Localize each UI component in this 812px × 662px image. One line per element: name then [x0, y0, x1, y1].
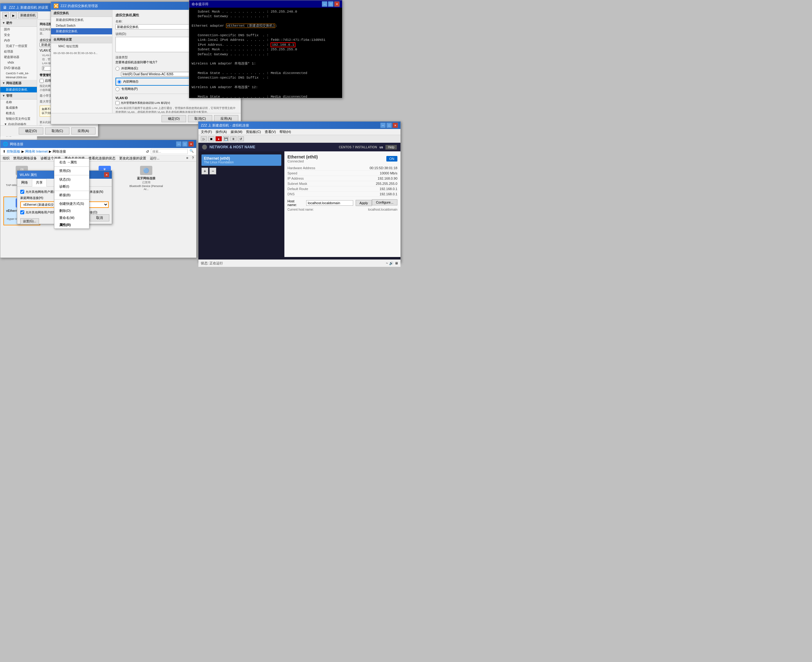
speed-key: Speed: [288, 171, 297, 175]
eth-plus-minus: + −: [201, 168, 281, 174]
menu-change[interactable]: 更改此连接的设置: [119, 156, 146, 161]
cmd-minimize[interactable]: ─: [322, 1, 327, 7]
toolbar-forward[interactable]: ▶: [10, 12, 17, 18]
sidebar-smart-paging[interactable]: 智能分页文件位置: [0, 116, 37, 122]
eth-remove-btn[interactable]: −: [209, 168, 216, 174]
sidebar-hdd-sub[interactable]: vhdx: [0, 60, 37, 66]
configure-btn[interactable]: Configure...: [372, 199, 397, 206]
manage-section: ▼ 管理: [0, 92, 37, 100]
wlan-tab-network[interactable]: 网络: [17, 179, 32, 186]
toggle-on-btn[interactable]: ON: [386, 156, 398, 162]
vm-manager-minimize[interactable]: ─: [380, 122, 386, 128]
wlan-cancel[interactable]: 取消: [90, 214, 109, 222]
wlan-tab-share[interactable]: 共享: [32, 179, 47, 187]
vswitch-ok[interactable]: 确定(O): [162, 115, 186, 122]
sidebar-name[interactable]: 名称: [0, 100, 37, 105]
vm-manager-maximize[interactable]: □: [386, 122, 392, 128]
menu-clipboard[interactable]: 剪贴板(C): [246, 130, 261, 134]
vm-settings-apply[interactable]: 应用(A): [71, 127, 95, 135]
share-checkbox2[interactable]: [20, 210, 24, 214]
vswitch-default[interactable]: Default Switch: [51, 23, 112, 28]
cmd-line-12: Wireless LAN adapter 本地连接* 1:: [191, 61, 340, 66]
net-maximize[interactable]: □: [182, 141, 188, 147]
refresh-btn[interactable]: ↺: [146, 149, 149, 154]
vswitch-private-radio[interactable]: [116, 87, 119, 91]
share-checkbox1[interactable]: [20, 190, 24, 194]
vlan-checkbox[interactable]: [116, 101, 119, 105]
wlan-close[interactable]: ✕: [104, 172, 109, 177]
vswitch-new[interactable]: 新建虚拟网络交换机: [51, 17, 112, 23]
toolbar-new-vm[interactable]: 新建虚拟机: [18, 12, 38, 18]
subnet-val: 255.255.255.0: [376, 182, 397, 185]
cmd-close[interactable]: ✕: [334, 1, 340, 7]
menu-view[interactable]: 查看(V): [265, 130, 276, 134]
cmd-line-13: [191, 66, 340, 71]
vm-settings-ok[interactable]: 确定(O): [19, 127, 43, 135]
vswitch-mac[interactable]: MAC 地址范围: [51, 43, 112, 50]
ctx-disable[interactable]: 禁用(D): [55, 167, 89, 174]
breadcrumb-control-panel[interactable]: 控制面板: [7, 149, 20, 154]
toolbar-restart[interactable]: ↺: [238, 137, 244, 141]
cmd-maximize[interactable]: □: [328, 1, 333, 7]
sidebar-new-vswitch[interactable]: 新建虚拟交换机: [0, 87, 37, 92]
toolbar-pause[interactable]: ⏸: [230, 137, 236, 141]
net-minimize[interactable]: ─: [176, 141, 182, 147]
cmd-line-1: Subnet Mask . . . . . . . . . . . : 255.…: [191, 10, 340, 14]
vswitch-internal-radio[interactable]: [117, 80, 121, 84]
menu-organize[interactable]: 组织: [3, 156, 10, 161]
ctx-diagnose[interactable]: 诊断(I): [55, 183, 89, 190]
menu-media[interactable]: 媒体(M): [231, 130, 243, 134]
toolbar-stop[interactable]: ⏹: [208, 137, 214, 141]
breadcrumb-current: 网络连接: [53, 149, 66, 154]
menu-action[interactable]: 操作(A): [215, 130, 227, 134]
menu-file[interactable]: 文件(F): [201, 130, 212, 134]
menu-help[interactable]: 帮助(H): [280, 130, 291, 134]
net-close[interactable]: ✕: [188, 141, 194, 147]
sidebar-dvd[interactable]: DVD 驱动器: [0, 66, 37, 71]
vswitch-section: 虚拟交换机: [51, 10, 112, 17]
adapter-bluetooth[interactable]: 🔵 蓝牙网络连接 已禁用 Bluetooth Device (Personal …: [128, 165, 165, 192]
sidebar-checkpoints[interactable]: 检查点: [0, 111, 37, 116]
wlan-settings-btn[interactable]: 设置(G)...: [20, 218, 39, 225]
search-input[interactable]: [151, 149, 188, 154]
cmd-controls: ─ □ ✕: [322, 1, 340, 7]
sidebar-firmware[interactable]: 固件: [0, 27, 37, 32]
ctx-delete[interactable]: 删除(D): [55, 207, 89, 214]
cmd-line-16: [191, 80, 340, 85]
sidebar-services[interactable]: 集成服务: [0, 105, 37, 111]
menu-view-status[interactable]: 查看此连接的状态: [88, 156, 116, 161]
vm-settings-cancel[interactable]: 取消(C): [45, 127, 69, 135]
ctx-rightclick[interactable]: 右击 →属性: [55, 159, 89, 166]
vswitch-new2[interactable]: 新建虚拟交换机: [51, 28, 112, 34]
sidebar-security[interactable]: 安全: [0, 32, 37, 38]
apply-btn[interactable]: Apply: [355, 200, 372, 206]
sidebar-memory-sub[interactable]: 完成了一些设置: [0, 43, 37, 49]
default-route-key: Default Route: [288, 187, 308, 191]
ctx-rename[interactable]: 重命名(M): [55, 214, 89, 222]
toolbar-red-dot[interactable]: ●: [215, 137, 222, 141]
centos-help-btn[interactable]: Help: [386, 145, 397, 149]
host-input[interactable]: [306, 200, 353, 206]
breadcrumb-network[interactable]: 网络和 Internet: [25, 149, 48, 154]
ctx-shortcut[interactable]: 创建快捷方式(S): [55, 200, 89, 207]
toolbar-back[interactable]: ◀: [2, 12, 9, 18]
bandwidth-checkbox[interactable]: [40, 79, 43, 83]
vm-manager-close[interactable]: ✕: [392, 122, 398, 128]
eth0-name: Ethernet (eth0): [204, 156, 279, 161]
cmd-content[interactable]: Subnet Mask . . . . . . . . . . . : 255.…: [189, 8, 342, 98]
menu-run[interactable]: 运行...: [150, 156, 159, 161]
cmd-title: 命令提示符: [191, 2, 209, 6]
sidebar-memory[interactable]: 内存: [0, 38, 37, 43]
ctx-status[interactable]: 状态(S): [55, 176, 89, 183]
menu-disable[interactable]: 禁用此网络设备: [13, 156, 37, 161]
sidebar-dvd-sub[interactable]: CentOS-7-x86_64-Minimal-2009.iso: [0, 71, 37, 80]
eth0-item[interactable]: Ethernet (eth0) The Linux Foundation: [201, 154, 281, 166]
ctx-bridge[interactable]: 桥接(B): [55, 191, 89, 199]
eth-add-btn[interactable]: +: [201, 168, 208, 174]
sidebar-processor[interactable]: 处理器: [0, 49, 37, 55]
sidebar-hdd[interactable]: 硬盘驱动器: [0, 55, 37, 60]
toolbar-play[interactable]: ▷: [201, 137, 207, 141]
toolbar-save[interactable]: 💾: [223, 137, 229, 141]
ctx-properties[interactable]: 属性(R): [55, 222, 89, 228]
vswitch-external-radio[interactable]: [116, 67, 119, 71]
